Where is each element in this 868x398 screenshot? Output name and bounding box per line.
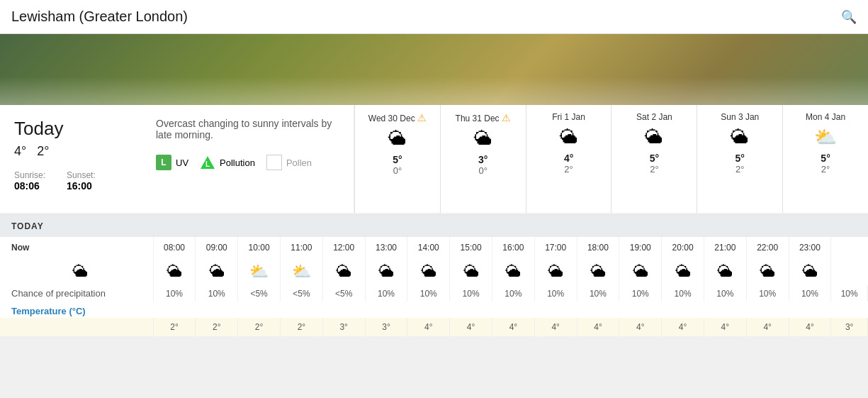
temp-cell: 4° — [619, 318, 662, 336]
hourly-header: TODAY — [0, 216, 868, 237]
hourly-weather-icon: 🌥 — [704, 258, 746, 285]
time-cell: 09:00 — [196, 237, 238, 258]
precip-cell: <5% — [322, 285, 365, 302]
hourly-weather-icon: ⛅ — [280, 258, 322, 285]
time-cell: 12:00 — [322, 237, 365, 258]
precip-cell: 10% — [662, 285, 704, 302]
hourly-weather-icon: 🌥 — [789, 258, 831, 285]
warning-icon: ⚠ — [502, 112, 511, 123]
forecast-low: 0° — [361, 165, 434, 176]
precip-cell: 10% — [365, 285, 407, 302]
forecast-weather-icon: 🌥 — [703, 126, 777, 148]
hourly-section: TODAY Now08:0009:0010:0011:0012:0013:001… — [0, 214, 868, 336]
precip-cell: 10% — [831, 285, 868, 302]
hourly-weather-icon: 🌥 — [534, 258, 577, 285]
forecast-day: Wed 30 Dec ⚠ 🌥 5° 0° — [354, 105, 440, 213]
forecast-day-name: Sat 2 Jan — [617, 112, 691, 122]
temp-cell: 4° — [492, 318, 534, 336]
temp-row: 2°2°2°2°3°3°4°4°4°4°4°4°4°4°4°4°3° — [0, 318, 868, 336]
forecast-weather-icon: 🌥 — [617, 126, 691, 148]
forecast-low: 2° — [617, 164, 691, 175]
temp-cell: 4° — [407, 318, 450, 336]
time-cell: 11:00 — [280, 237, 322, 258]
time-cell: 19:00 — [619, 237, 662, 258]
pollen-icon — [266, 155, 282, 170]
time-cell: 17:00 — [534, 237, 577, 258]
uv-badge: L UV — [156, 155, 188, 170]
time-cell: 18:00 — [577, 237, 619, 258]
temp-cell: 4° — [746, 318, 789, 336]
hourly-weather-icon: 🌥 — [196, 258, 238, 285]
today-low: 2° — [37, 144, 49, 158]
forecast-high: 5° — [361, 154, 434, 165]
precip-cell: 10% — [746, 285, 789, 302]
time-cell: 23:00 — [789, 237, 831, 258]
precip-cell: 10% — [492, 285, 534, 302]
precip-cell: 10% — [577, 285, 619, 302]
temp-label: Temperature (°C) — [0, 302, 868, 318]
precip-cell: 10% — [619, 285, 662, 302]
forecast-day-name: Sun 3 Jan — [703, 112, 777, 122]
time-cell: 08:00 — [153, 237, 196, 258]
precip-label-row: Chance of precipitation 10%10%<5%<5%<5%1… — [0, 285, 868, 302]
temp-cell: 3° — [831, 318, 868, 336]
hourly-weather-icon: 🌥 — [450, 258, 492, 285]
today-panel: Today 4° 2° Sunrise: 08:06 Sunset: 16:00 — [0, 105, 142, 213]
warning-icon: ⚠ — [417, 112, 427, 123]
forecast-high: 4° — [532, 153, 606, 164]
time-cell: 13:00 — [365, 237, 407, 258]
time-cell: 22:00 — [746, 237, 789, 258]
forecast-day-name: Mon 4 Jan — [789, 112, 862, 122]
sunset-value: 16:00 — [67, 180, 96, 192]
forecast-day: Mon 4 Jan ⛅ 5° 2° — [782, 105, 868, 213]
time-cell: 20:00 — [662, 237, 704, 258]
time-cell: 21:00 — [704, 237, 746, 258]
hourly-weather-icon: 🌥 — [322, 258, 365, 285]
temp-cell: 4° — [662, 318, 704, 336]
uv-icon: L — [156, 155, 171, 170]
time-cell: 10:00 — [238, 237, 281, 258]
sunrise-value: 08:06 — [14, 180, 45, 192]
time-cell: 15:00 — [450, 237, 492, 258]
search-button[interactable]: 🔍 — [841, 9, 857, 25]
temp-cell: 4° — [577, 318, 619, 336]
forecast-low: 2° — [532, 164, 606, 175]
hourly-weather-icon: 🌥 — [365, 258, 407, 285]
hourly-weather-icon: 🌥 — [0, 258, 153, 285]
forecast-low: 2° — [789, 164, 862, 175]
forecast-weather-icon: 🌥 — [446, 128, 520, 150]
hourly-table: Now08:0009:0010:0011:0012:0013:0014:0015… — [0, 237, 868, 336]
forecast-day-name: Fri 1 Jan — [532, 112, 606, 122]
header: Lewisham (Greater London) 🔍 — [0, 0, 868, 34]
hero-image — [0, 34, 868, 105]
pollution-icon: L — [200, 155, 215, 170]
hourly-weather-icon: 🌥 — [577, 258, 619, 285]
top-section: Today 4° 2° Sunrise: 08:06 Sunset: 16:00… — [0, 105, 868, 213]
forecast-low: 2° — [703, 164, 777, 175]
hourly-weather-icon: 🌥 — [153, 258, 196, 285]
temp-cell: 3° — [322, 318, 365, 336]
precip-cell: 10% — [450, 285, 492, 302]
today-description: Overcast changing to sunny intervals by … — [156, 118, 339, 140]
temp-cell: 2° — [280, 318, 322, 336]
today-high: 4° — [14, 144, 26, 158]
today-label: Today — [14, 118, 128, 140]
forecast-weather-icon: ⛅ — [789, 126, 862, 148]
pollen-badge: Pollen — [266, 155, 312, 170]
icon-row: 🌥🌥🌥⛅⛅🌥🌥🌥🌥🌥🌥🌥🌥🌥🌥🌥🌥 — [0, 258, 868, 285]
temp-cell: 2° — [153, 318, 196, 336]
time-cell: 16:00 — [492, 237, 534, 258]
temp-cell: 4° — [450, 318, 492, 336]
pollution-badge: L Pollution — [200, 155, 255, 170]
forecast-day-name: Thu 31 Dec ⚠ — [446, 112, 520, 123]
forecast-high: 5° — [617, 153, 691, 164]
today-desc-panel: Overcast changing to sunny intervals by … — [142, 105, 354, 213]
sunrise-item: Sunrise: 08:06 — [14, 170, 45, 192]
hourly-weather-icon: 🌥 — [619, 258, 662, 285]
today-temps: 4° 2° — [14, 144, 128, 159]
hourly-weather-icon: 🌥 — [407, 258, 450, 285]
temp-cell: 2° — [238, 318, 281, 336]
precip-cell: <5% — [280, 285, 322, 302]
temp-cell: 4° — [789, 318, 831, 336]
precip-cell: 10% — [789, 285, 831, 302]
